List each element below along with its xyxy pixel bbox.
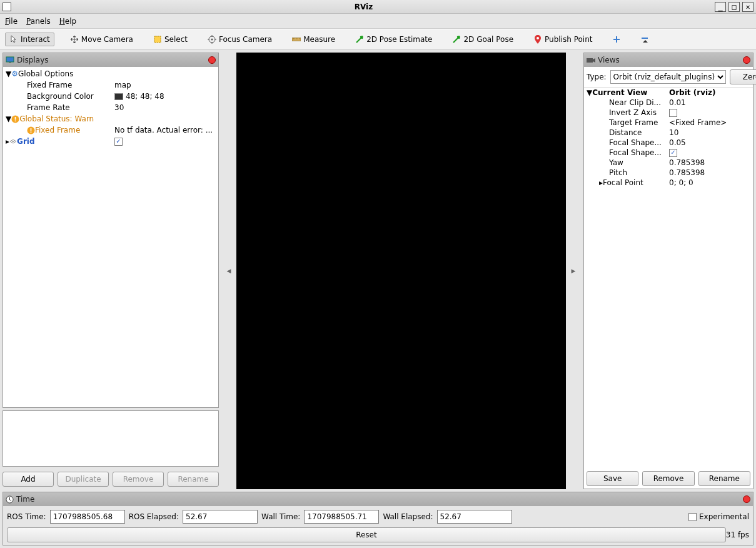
ros-time-label: ROS Time: xyxy=(7,512,46,521)
move-icon xyxy=(70,35,79,44)
toolbar: Interact Move Camera Select Focus Camera… xyxy=(0,29,756,50)
global-status-label: Global Status: Warn xyxy=(19,113,94,124)
time-panel-title: Time xyxy=(16,495,740,504)
zero-button[interactable]: Zero xyxy=(730,69,756,84)
time-row-2: Reset 31 fps xyxy=(7,527,749,542)
distance-label: Distance xyxy=(609,128,642,138)
display-description-box xyxy=(3,410,219,467)
panel-close-button[interactable] xyxy=(208,56,216,64)
fixed-frame-value[interactable]: map xyxy=(114,79,131,91)
rename-view-button[interactable]: Rename xyxy=(698,471,750,486)
focal-point-value[interactable]: 0; 0; 0 xyxy=(669,178,693,188)
svg-rect-13 xyxy=(587,58,593,63)
ruler-icon xyxy=(292,35,301,44)
grid-enabled-checkbox[interactable]: ✓ xyxy=(114,138,123,146)
tool-publish-point[interactable]: Publish Point xyxy=(529,33,597,46)
time-row: ROS Time: ROS Elapsed: Wall Time: Wall E… xyxy=(7,510,749,524)
view-type-select[interactable]: Orbit (rviz_default_plugins) xyxy=(610,70,726,84)
pin-icon xyxy=(533,35,542,44)
reset-time-button[interactable]: Reset xyxy=(7,527,726,542)
warning-icon xyxy=(11,115,19,123)
displays-panel-header[interactable]: Displays xyxy=(3,53,218,67)
yaw-value[interactable]: 0.785398 xyxy=(669,158,705,168)
left-splitter-handle[interactable]: ◀ xyxy=(226,263,231,278)
arrow-green-icon xyxy=(452,35,461,44)
tool-focus-camera[interactable]: Focus Camera xyxy=(203,33,276,46)
target-frame-label: Target Frame xyxy=(609,118,658,128)
toolbar-add-tool[interactable] xyxy=(608,33,625,46)
wall-elapsed-label: Wall Elapsed: xyxy=(383,512,433,521)
expander-icon[interactable]: ▼ xyxy=(6,68,11,79)
toolbar-remove-tool[interactable] xyxy=(637,33,654,46)
svg-rect-9 xyxy=(15,120,16,121)
views-buttons: Save Remove Rename xyxy=(584,469,753,489)
ros-time-input[interactable] xyxy=(50,510,125,524)
duplicate-display-button: Duplicate xyxy=(58,472,109,487)
background-color-value[interactable]: 48; 48; 48 xyxy=(126,91,164,102)
focal-point-label: Focal Point xyxy=(603,178,643,188)
3d-viewport[interactable] xyxy=(236,53,566,489)
arrow-green-icon xyxy=(355,35,364,44)
displays-tree[interactable]: ▼ ⚙ Global Options Fixed Frame map Backg… xyxy=(3,67,218,407)
views-controls: Type: Orbit (rviz_default_plugins) Zero xyxy=(584,67,753,88)
frame-rate-value[interactable]: 30 xyxy=(114,102,124,113)
expander-icon[interactable]: ▼ xyxy=(587,88,592,98)
color-swatch[interactable] xyxy=(114,93,123,100)
panel-close-button[interactable] xyxy=(743,56,750,64)
menu-file[interactable]: File xyxy=(5,17,18,26)
tool-publish-point-label: Publish Point xyxy=(545,35,592,44)
window-minimize-button[interactable]: _ xyxy=(715,2,726,12)
remove-display-button: Remove xyxy=(113,472,164,487)
displays-panel-title: Displays xyxy=(17,56,206,64)
menu-panels[interactable]: Panels xyxy=(26,17,51,26)
time-panel: Time ROS Time: ROS Elapsed: Wall Time: W… xyxy=(3,492,753,545)
save-view-button[interactable]: Save xyxy=(587,471,638,486)
fps-label: 31 fps xyxy=(726,530,749,539)
target-frame-value[interactable]: <Fixed Frame> xyxy=(669,118,727,128)
time-panel-header[interactable]: Time xyxy=(3,492,753,506)
tool-interact-label: Interact xyxy=(21,35,50,44)
tool-select[interactable]: Select xyxy=(149,33,192,46)
view-type-label: Type: xyxy=(587,73,607,81)
status-fixed-frame-value: No tf data. Actual error: ... xyxy=(114,124,213,136)
svg-rect-11 xyxy=(31,128,32,131)
tool-2d-goal-pose[interactable]: 2D Goal Pose xyxy=(448,33,518,46)
rename-display-button: Rename xyxy=(168,472,219,487)
minus-icon xyxy=(641,35,650,44)
expander-icon[interactable]: ▼ xyxy=(6,113,11,124)
ros-elapsed-input[interactable] xyxy=(183,510,258,524)
focal-shape-size-value[interactable]: 0.05 xyxy=(669,138,686,148)
focal-shape-fixed-label: Focal Shape... xyxy=(609,148,662,158)
experimental-label: Experimental xyxy=(699,512,749,521)
views-panel: Views Type: Orbit (rviz_default_plugins)… xyxy=(583,53,753,489)
tool-interact[interactable]: Interact xyxy=(5,33,54,46)
remove-view-button[interactable]: Remove xyxy=(642,471,694,486)
status-fixed-frame-label: Fixed Frame xyxy=(35,124,80,136)
right-splitter-handle[interactable]: ▶ xyxy=(571,263,576,278)
tool-2d-pose-estimate-label: 2D Pose Estimate xyxy=(366,35,432,44)
experimental-checkbox[interactable] xyxy=(688,513,697,521)
add-display-button[interactable]: Add xyxy=(3,472,54,487)
focal-shape-fixed-checkbox[interactable]: ✓ xyxy=(669,149,677,157)
app-icon xyxy=(3,3,11,11)
views-panel-header[interactable]: Views xyxy=(584,53,753,67)
pitch-value[interactable]: 0.785398 xyxy=(669,168,705,178)
panel-close-button[interactable] xyxy=(743,495,750,503)
tool-move-camera[interactable]: Move Camera xyxy=(66,33,138,46)
wall-time-input[interactable] xyxy=(304,510,379,524)
menu-help[interactable]: Help xyxy=(59,17,76,26)
window-close-button[interactable]: ✕ xyxy=(742,2,753,12)
invert-z-checkbox[interactable] xyxy=(669,109,677,117)
near-clip-label: Near Clip Di... xyxy=(609,98,661,108)
views-tree[interactable]: ▼ Current View Orbit (rviz) Near Clip Di… xyxy=(584,88,753,469)
window-titlebar: RViz _ □ ✕ xyxy=(0,0,756,14)
wall-elapsed-input[interactable] xyxy=(437,510,512,524)
tool-2d-pose-estimate[interactable]: 2D Pose Estimate xyxy=(351,33,436,46)
tool-measure[interactable]: Measure xyxy=(288,33,340,46)
distance-value[interactable]: 10 xyxy=(669,128,678,138)
near-clip-value[interactable]: 0.01 xyxy=(669,98,686,108)
current-view-label: Current View xyxy=(592,88,647,98)
plus-icon xyxy=(612,35,621,44)
grid-display-label[interactable]: Grid xyxy=(17,136,34,147)
window-maximize-button[interactable]: □ xyxy=(728,2,740,12)
